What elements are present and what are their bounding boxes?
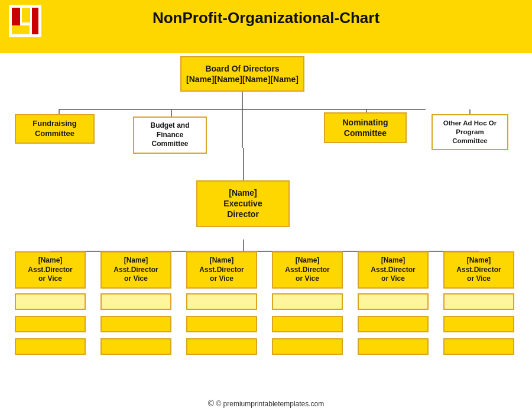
sub-box-6b	[443, 316, 514, 332]
page-title: NonProfit-Organizational-Chart	[0, 9, 532, 27]
budget-label: Budget andFinanceCommittee	[151, 121, 190, 148]
nominating-label: NominatingCommittee	[343, 118, 388, 138]
title-text: NonProfit-Organizational-Chart	[153, 9, 379, 27]
asst-box-6: [Name]Asst.Directoror Vice	[443, 251, 514, 289]
nominating-committee-box: NominatingCommittee	[324, 112, 407, 143]
sub-box-1c	[15, 338, 86, 355]
sub-box-6a	[443, 293, 514, 310]
asst-box-2: [Name]Asst.Directoror Vice	[100, 251, 171, 289]
sub-box-5b	[358, 316, 429, 332]
asst-col-2: [Name]Asst.Directoror Vice	[100, 251, 171, 355]
asst-col-3: [Name]Asst.Directoror Vice	[186, 251, 257, 355]
sub-box-3c	[186, 338, 257, 355]
sub-box-5a	[358, 293, 429, 310]
sub-box-1b	[15, 316, 86, 332]
budget-committee-box: Budget andFinanceCommittee	[133, 116, 207, 154]
sub-box-2c	[100, 338, 171, 355]
sub-box-5c	[358, 338, 429, 355]
sub-box-1a	[15, 293, 86, 310]
adhoc-label: Other Ad Hoc OrProgramCommittee	[443, 119, 497, 144]
org-chart: Board Of Directors[Name][Name][Name][Nam…	[0, 50, 532, 408]
asst-box-3: [Name]Asst.Directoror Vice	[186, 251, 257, 289]
adhoc-committee-box: Other Ad Hoc OrProgramCommittee	[432, 114, 508, 150]
asst-col-6: [Name]Asst.Directoror Vice	[443, 251, 514, 355]
exec-label: [Name]ExecutiveDirector	[223, 188, 262, 219]
sub-box-6c	[443, 338, 514, 355]
asst-box-5: [Name]Asst.Directoror Vice	[358, 251, 429, 289]
sub-box-3b	[186, 316, 257, 332]
asst-col-5: [Name]Asst.Directoror Vice	[358, 251, 429, 355]
asst-box-4: [Name]Asst.Directoror Vice	[272, 251, 343, 289]
asst-col-1: [Name]Asst.Directoror Vice	[15, 251, 86, 355]
sub-box-2b	[100, 316, 171, 332]
copyright-icon: ©	[208, 399, 214, 408]
asst-col-4: [Name]Asst.Directoror Vice	[272, 251, 343, 355]
board-label: Board Of Directors[Name][Name][Name][Nam…	[186, 64, 299, 84]
sub-box-3a	[186, 293, 257, 310]
footer: © © premiumprintabletemplates.com	[0, 399, 532, 408]
fundraising-label: FundraisingCommittee	[33, 119, 76, 138]
fundraising-committee-box: FundraisingCommittee	[15, 114, 95, 144]
sub-box-4a	[272, 293, 343, 310]
exec-director-box: [Name]ExecutiveDirector	[196, 180, 290, 227]
board-box: Board Of Directors[Name][Name][Name][Nam…	[180, 56, 304, 92]
footer-text: © premiumprintabletemplates.com	[216, 400, 324, 408]
sub-box-4b	[272, 316, 343, 332]
sub-box-2a	[100, 293, 171, 310]
asst-box-1: [Name]Asst.Directoror Vice	[15, 251, 86, 289]
sub-box-4c	[272, 338, 343, 355]
